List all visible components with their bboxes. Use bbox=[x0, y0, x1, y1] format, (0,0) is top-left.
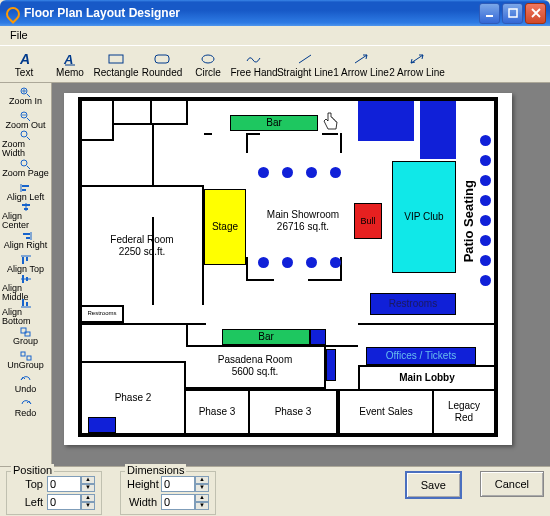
undo-icon bbox=[20, 375, 32, 385]
tool-undo[interactable]: Undo bbox=[1, 372, 50, 396]
tool-zoom-out[interactable]: Zoom Out bbox=[1, 108, 50, 132]
room-offices-tickets[interactable]: Offices / Tickets bbox=[366, 347, 476, 365]
height-input[interactable] bbox=[161, 476, 195, 492]
room-stage[interactable]: Stage bbox=[204, 189, 246, 265]
window-title: Floor Plan Layout Designer bbox=[24, 6, 180, 20]
svg-text:A: A bbox=[63, 52, 73, 66]
room-main-showroom[interactable]: Main Showroom26716 sq.ft. bbox=[250, 201, 356, 241]
text-icon: A bbox=[17, 51, 31, 67]
tool-zoom-width[interactable]: Zoom Width bbox=[1, 132, 50, 156]
top-toolbar: AText AMemo Rectangle Rounded Circle Fre… bbox=[0, 45, 550, 83]
spin-up[interactable]: ▲ bbox=[195, 476, 209, 484]
left-input[interactable] bbox=[47, 494, 81, 510]
ungroup-icon bbox=[20, 351, 32, 361]
svg-text:A: A bbox=[19, 52, 30, 66]
room-event-sales[interactable]: Event Sales bbox=[338, 389, 434, 433]
room-vip-club[interactable]: VIP Club bbox=[392, 161, 456, 273]
room-phase-3b[interactable]: Phase 3 bbox=[250, 389, 338, 433]
design-canvas[interactable]: Bar Federal Room2250 sq.ft. Stage Main S… bbox=[52, 83, 550, 466]
tool-align-top[interactable]: Align Top bbox=[1, 252, 50, 276]
tool-group[interactable]: Group bbox=[1, 324, 50, 348]
app-icon bbox=[4, 5, 20, 21]
svg-point-9 bbox=[21, 131, 27, 137]
tool-rectangle[interactable]: Rectangle bbox=[93, 47, 139, 81]
spin-down[interactable]: ▼ bbox=[81, 502, 95, 510]
tool-zoom-in[interactable]: Zoom In bbox=[1, 84, 50, 108]
spin-up[interactable]: ▲ bbox=[81, 494, 95, 502]
tool-zoom-page[interactable]: Zoom Page bbox=[1, 156, 50, 180]
left-spinner[interactable]: ▲▼ bbox=[47, 494, 95, 510]
align-top-icon bbox=[20, 255, 32, 265]
align-left-icon bbox=[20, 183, 32, 193]
tool-align-right[interactable]: Align Right bbox=[1, 228, 50, 252]
dimensions-group: Dimensions Height ▲▼ Width ▲▼ bbox=[120, 471, 216, 515]
svg-rect-1 bbox=[509, 9, 517, 17]
close-button[interactable] bbox=[525, 3, 546, 24]
svg-rect-0 bbox=[486, 15, 493, 17]
room-bull[interactable]: Bull bbox=[354, 203, 382, 239]
tool-1-arrow-line[interactable]: 1 Arrow Line bbox=[333, 47, 389, 81]
tool-circle[interactable]: Circle bbox=[185, 47, 231, 81]
tool-align-center[interactable]: Align Center bbox=[1, 204, 50, 228]
minimize-button[interactable] bbox=[479, 3, 500, 24]
svg-rect-17 bbox=[22, 257, 24, 264]
spin-down[interactable]: ▼ bbox=[195, 484, 209, 492]
tool-memo[interactable]: AMemo bbox=[47, 47, 93, 81]
top-spinner[interactable]: ▲▼ bbox=[47, 476, 95, 492]
width-spinner[interactable]: ▲▼ bbox=[161, 494, 209, 510]
spin-up[interactable]: ▲ bbox=[195, 494, 209, 502]
zoom-in-icon bbox=[20, 87, 32, 97]
width-input[interactable] bbox=[161, 494, 195, 510]
spin-up[interactable]: ▲ bbox=[81, 476, 95, 484]
room-restrooms-large[interactable]: Restrooms bbox=[370, 293, 456, 315]
svg-rect-25 bbox=[21, 352, 25, 356]
spin-down[interactable]: ▼ bbox=[195, 502, 209, 510]
cancel-button[interactable]: Cancel bbox=[480, 471, 544, 497]
spin-down[interactable]: ▼ bbox=[81, 484, 95, 492]
svg-rect-18 bbox=[26, 257, 28, 261]
bottom-panel: Position Top ▲▼ Left ▲▼ Dimensions Heigh… bbox=[0, 466, 550, 516]
redo-icon bbox=[20, 399, 32, 409]
svg-rect-19 bbox=[22, 275, 24, 283]
menu-file[interactable]: File bbox=[4, 28, 34, 42]
tool-2-arrow-line[interactable]: 2 Arrow Line bbox=[389, 47, 445, 81]
height-spinner[interactable]: ▲▼ bbox=[161, 476, 209, 492]
rectangle-icon bbox=[108, 51, 124, 67]
tool-text[interactable]: AText bbox=[1, 47, 47, 81]
tool-rounded[interactable]: Rounded bbox=[139, 47, 185, 81]
svg-rect-20 bbox=[26, 277, 28, 281]
room-phase-3a[interactable]: Phase 3 bbox=[186, 389, 250, 433]
top-input[interactable] bbox=[47, 476, 81, 492]
svg-rect-15 bbox=[23, 233, 30, 235]
maximize-button[interactable] bbox=[502, 3, 523, 24]
room-bar-mid[interactable]: Bar bbox=[222, 329, 310, 345]
memo-icon: A bbox=[63, 51, 77, 67]
cursor-pointer-icon bbox=[322, 111, 338, 127]
save-button[interactable]: Save bbox=[405, 471, 462, 499]
tool-align-middle[interactable]: Align Middle bbox=[1, 276, 50, 300]
tool-align-left[interactable]: Align Left bbox=[1, 180, 50, 204]
tool-align-bottom[interactable]: Align Bottom bbox=[1, 300, 50, 324]
room-main-lobby[interactable]: Main Lobby bbox=[358, 365, 494, 389]
left-toolbar: Zoom In Zoom Out Zoom Width Zoom Page Al… bbox=[0, 83, 52, 466]
zoom-page-icon bbox=[20, 159, 32, 169]
tool-freehand[interactable]: Free Hand bbox=[231, 47, 277, 81]
tool-ungroup[interactable]: UnGroup bbox=[1, 348, 50, 372]
arrow2-icon bbox=[409, 51, 425, 67]
room-pasadena[interactable]: Pasadena Room5600 sq.ft. bbox=[186, 345, 326, 389]
svg-rect-21 bbox=[22, 299, 24, 306]
tool-straight-line[interactable]: Straight Line bbox=[277, 47, 333, 81]
tool-redo[interactable]: Redo bbox=[1, 396, 50, 420]
room-legacy-red[interactable]: LegacyRed bbox=[434, 389, 494, 433]
line-icon bbox=[297, 51, 313, 67]
svg-rect-5 bbox=[155, 55, 169, 63]
circle-icon bbox=[201, 51, 215, 67]
floorplan-page[interactable]: Bar Federal Room2250 sq.ft. Stage Main S… bbox=[64, 93, 512, 445]
room-bar-top[interactable]: Bar bbox=[230, 115, 318, 131]
zoom-out-icon bbox=[20, 111, 32, 121]
window-controls bbox=[479, 3, 546, 24]
svg-rect-13 bbox=[22, 204, 30, 206]
svg-rect-22 bbox=[26, 302, 28, 306]
room-federal[interactable]: Federal Room2250 sq.ft. bbox=[82, 185, 204, 305]
room-restrooms-small[interactable]: Restrooms bbox=[82, 305, 124, 323]
